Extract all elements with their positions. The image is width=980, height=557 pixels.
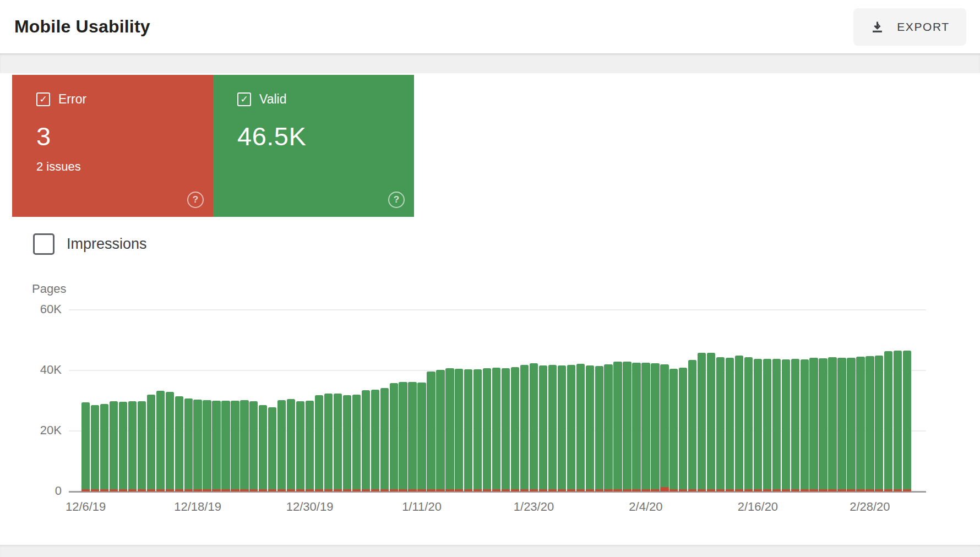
valid-pages-bar[interactable] xyxy=(91,405,99,489)
valid-pages-bar[interactable] xyxy=(175,396,183,489)
error-pages-bar[interactable] xyxy=(502,489,510,492)
error-pages-bar[interactable] xyxy=(212,489,220,492)
error-pages-bar[interactable] xyxy=(306,489,314,492)
valid-pages-bar[interactable] xyxy=(865,356,874,489)
error-pages-bar[interactable] xyxy=(865,489,874,492)
error-pages-bar[interactable] xyxy=(221,489,230,492)
error-pages-bar[interactable] xyxy=(203,489,211,492)
valid-pages-bar[interactable] xyxy=(100,404,108,490)
valid-pages-bar[interactable] xyxy=(763,359,771,489)
error-pages-bar[interactable] xyxy=(287,489,295,492)
valid-pages-bar[interactable] xyxy=(735,356,743,489)
error-pages-bar[interactable] xyxy=(334,489,342,492)
error-pages-bar[interactable] xyxy=(445,489,454,492)
error-pages-bar[interactable] xyxy=(175,489,183,492)
error-pages-bar[interactable] xyxy=(473,489,482,492)
valid-pages-bar[interactable] xyxy=(586,365,594,489)
error-pages-bar[interactable] xyxy=(837,489,846,492)
valid-pages-bar[interactable] xyxy=(334,394,342,489)
valid-pages-bar[interactable] xyxy=(660,364,668,487)
error-pages-bar[interactable] xyxy=(669,489,678,492)
valid-pages-bar[interactable] xyxy=(390,383,398,489)
valid-pages-bar[interactable] xyxy=(399,382,407,489)
error-pages-bar[interactable] xyxy=(707,489,715,492)
valid-pages-bar[interactable] xyxy=(744,357,753,489)
valid-pages-bar[interactable] xyxy=(147,395,155,489)
error-pages-bar[interactable] xyxy=(110,489,118,492)
error-pages-bar[interactable] xyxy=(903,489,911,492)
valid-pages-bar[interactable] xyxy=(492,368,500,489)
valid-pages-bar[interactable] xyxy=(856,357,864,489)
error-pages-bar[interactable] xyxy=(884,489,892,492)
valid-pages-bar[interactable] xyxy=(81,402,90,489)
error-pages-bar[interactable] xyxy=(660,487,668,492)
valid-pages-bar[interactable] xyxy=(352,395,361,489)
valid-pages-bar[interactable] xyxy=(726,358,734,489)
valid-pages-bar[interactable] xyxy=(894,351,902,489)
valid-pages-bar[interactable] xyxy=(884,351,892,489)
error-pages-bar[interactable] xyxy=(390,489,398,492)
error-pages-bar[interactable] xyxy=(847,489,855,492)
valid-pages-bar[interactable] xyxy=(436,370,444,489)
valid-pages-bar[interactable] xyxy=(231,401,239,489)
valid-pages-bar[interactable] xyxy=(343,395,351,489)
valid-pages-bar[interactable] xyxy=(782,359,790,489)
valid-pages-bar[interactable] xyxy=(128,401,137,489)
valid-pages-bar[interactable] xyxy=(716,357,725,489)
error-pages-bar[interactable] xyxy=(371,489,379,492)
error-pages-bar[interactable] xyxy=(193,489,202,492)
valid-pages-bar[interactable] xyxy=(875,356,883,489)
error-pages-bar[interactable] xyxy=(558,489,566,492)
error-pages-bar[interactable] xyxy=(819,489,827,492)
error-pages-bar[interactable] xyxy=(231,489,239,492)
error-pages-bar[interactable] xyxy=(511,489,519,492)
valid-pages-bar[interactable] xyxy=(595,366,603,489)
valid-pages-bar[interactable] xyxy=(539,365,547,489)
error-pages-bar[interactable] xyxy=(623,489,631,492)
error-pages-bar[interactable] xyxy=(576,489,585,492)
error-pages-bar[interactable] xyxy=(100,489,108,492)
valid-pages-bar[interactable] xyxy=(268,407,276,489)
error-pages-bar[interactable] xyxy=(436,489,444,492)
error-pages-bar[interactable] xyxy=(464,489,472,492)
error-pages-bar[interactable] xyxy=(81,489,90,492)
valid-pages-bar[interactable] xyxy=(315,395,323,489)
error-pages-bar[interactable] xyxy=(399,489,407,492)
error-pages-bar[interactable] xyxy=(679,489,687,492)
error-pages-bar[interactable] xyxy=(91,489,99,492)
error-pages-bar[interactable] xyxy=(641,489,650,492)
valid-pages-bar[interactable] xyxy=(221,401,230,489)
error-pages-bar[interactable] xyxy=(408,489,416,492)
error-pages-bar[interactable] xyxy=(688,489,696,492)
valid-pages-bar[interactable] xyxy=(641,363,650,489)
error-pages-bar[interactable] xyxy=(791,489,799,492)
error-pages-bar[interactable] xyxy=(380,489,389,492)
valid-pages-bar[interactable] xyxy=(576,364,585,489)
valid-pages-bar[interactable] xyxy=(679,368,687,490)
error-pages-bar[interactable] xyxy=(259,489,267,492)
valid-pages-bar[interactable] xyxy=(240,400,248,489)
valid-pages-bar[interactable] xyxy=(259,405,267,489)
error-pages-bar[interactable] xyxy=(119,489,127,492)
error-pages-bar[interactable] xyxy=(726,489,734,492)
error-pages-bar[interactable] xyxy=(277,489,286,492)
error-pages-bar[interactable] xyxy=(315,489,323,492)
valid-pages-bar[interactable] xyxy=(567,365,575,489)
error-pages-bar[interactable] xyxy=(856,489,864,492)
error-pages-bar[interactable] xyxy=(772,489,781,492)
error-pages-bar[interactable] xyxy=(128,489,137,492)
valid-pages-bar[interactable] xyxy=(548,365,557,489)
valid-pages-bar[interactable] xyxy=(212,401,220,489)
error-pages-bar[interactable] xyxy=(651,489,659,492)
valid-pages-bar[interactable] xyxy=(688,360,696,489)
valid-pages-bar[interactable] xyxy=(511,367,519,489)
valid-pages-bar[interactable] xyxy=(362,390,370,489)
valid-pages-bar[interactable] xyxy=(483,368,491,489)
valid-pages-bar[interactable] xyxy=(184,398,193,489)
valid-pages-bar[interactable] xyxy=(604,364,612,489)
valid-pages-bar[interactable] xyxy=(296,401,304,489)
valid-pages-bar[interactable] xyxy=(520,365,529,489)
error-pages-bar[interactable] xyxy=(483,489,491,492)
valid-pages-bar[interactable] xyxy=(707,353,715,489)
valid-pages-bar[interactable] xyxy=(669,369,678,489)
